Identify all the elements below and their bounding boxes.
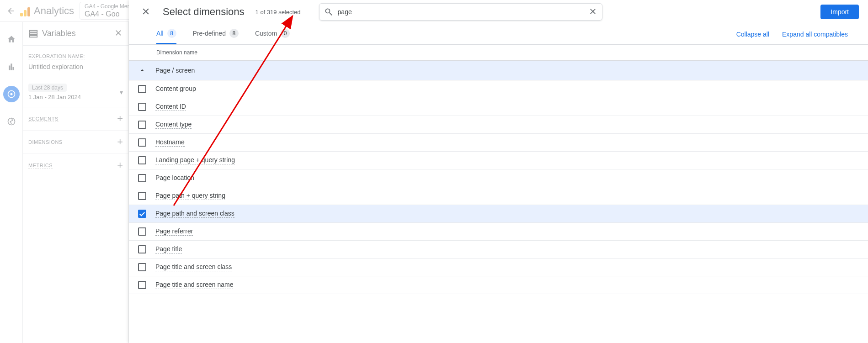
variables-panel: Variables EXPLORATION NAME: Untitled exp… bbox=[23, 22, 129, 343]
exploration-name-label: EXPLORATION NAME: bbox=[28, 53, 85, 59]
expand-all-button[interactable]: Expand all compatibles bbox=[782, 31, 848, 38]
tab-count-badge: 8 bbox=[229, 29, 239, 38]
close-dialog-icon[interactable] bbox=[138, 4, 154, 21]
exploration-name[interactable]: Untitled exploration bbox=[28, 63, 123, 70]
dimension-name: Page title and screen name bbox=[155, 281, 233, 289]
date-range-text: 1 Jan - 28 Jan 2024 bbox=[28, 94, 81, 100]
dimension-checkbox[interactable] bbox=[138, 174, 146, 182]
dimension-name: Page referrer bbox=[155, 227, 193, 236]
dimension-row[interactable]: Content type bbox=[129, 116, 868, 134]
dimension-row[interactable]: Page title and screen name bbox=[129, 276, 868, 294]
tab-pre-defined[interactable]: Pre-defined8 bbox=[193, 24, 239, 44]
dimension-checkbox[interactable] bbox=[138, 103, 146, 111]
nav-home-icon[interactable] bbox=[3, 31, 20, 47]
tab-count-badge: 8 bbox=[167, 29, 176, 38]
date-range-selector[interactable]: Last 28 days 1 Jan - 28 Jan 2024 ▾ bbox=[28, 84, 123, 100]
tab-custom[interactable]: Custom0 bbox=[255, 24, 290, 44]
nav-explore-icon[interactable] bbox=[3, 86, 20, 102]
property-name-top: GA4 - Google Merch bbox=[85, 3, 135, 10]
dialog-title: Select dimensions bbox=[163, 6, 245, 18]
collapse-all-button[interactable]: Collapse all bbox=[736, 31, 769, 38]
tabs-row: All8Pre-defined8Custom0 Collapse all Exp… bbox=[129, 24, 868, 45]
variables-icon bbox=[28, 29, 38, 39]
dimension-checkbox[interactable] bbox=[138, 192, 146, 200]
tab-label: Custom bbox=[255, 30, 277, 37]
dimension-row[interactable]: Page location bbox=[129, 169, 868, 187]
svg-point-1 bbox=[8, 118, 15, 125]
chevron-down-icon: ▾ bbox=[120, 89, 123, 96]
dimension-name: Page title and screen class bbox=[155, 263, 232, 271]
metrics-label: METRICS bbox=[28, 163, 53, 169]
dimension-group-name: Page / screen bbox=[155, 67, 195, 74]
left-nav-rail bbox=[0, 22, 23, 343]
dimension-list: Content groupContent IDContent typeHostn… bbox=[129, 80, 868, 294]
dimension-checkbox[interactable] bbox=[138, 227, 146, 236]
date-chip: Last 28 days bbox=[28, 84, 67, 92]
analytics-logo[interactable]: Analytics bbox=[20, 5, 74, 17]
import-button[interactable]: Import bbox=[820, 5, 859, 19]
add-dimension-button[interactable]: + bbox=[117, 137, 123, 147]
dimension-name: Page path and screen class bbox=[155, 210, 234, 218]
close-variables-icon[interactable] bbox=[114, 28, 123, 39]
search-icon bbox=[324, 7, 333, 16]
dimension-name: Page title bbox=[155, 245, 182, 253]
tab-count-badge: 0 bbox=[281, 29, 290, 38]
segments-label: SEGMENTS bbox=[28, 116, 59, 122]
dimensions-label: DIMENSIONS bbox=[28, 139, 63, 145]
dimension-name: Page path + query string bbox=[155, 192, 225, 200]
dimension-name: Content ID bbox=[155, 103, 186, 111]
dimension-row[interactable]: Page title bbox=[129, 241, 868, 259]
dimension-row[interactable]: Content group bbox=[129, 80, 868, 98]
dimension-row[interactable]: Content ID bbox=[129, 98, 868, 116]
tab-label: All bbox=[156, 30, 164, 37]
dimension-group-header[interactable]: Page / screen bbox=[129, 61, 868, 80]
search-box[interactable] bbox=[319, 3, 602, 21]
dimension-name: Content type bbox=[155, 121, 192, 129]
column-header: Dimension name bbox=[129, 45, 868, 61]
dimension-name: Hostname bbox=[155, 138, 185, 147]
search-input[interactable] bbox=[338, 8, 584, 16]
add-segment-button[interactable]: + bbox=[117, 114, 123, 124]
dimension-checkbox[interactable] bbox=[138, 210, 146, 218]
dimension-checkbox[interactable] bbox=[138, 121, 146, 129]
dialog-selection-count: 1 of 319 selected bbox=[256, 9, 301, 16]
select-dimensions-dialog: Select dimensions 1 of 319 selected Impo… bbox=[129, 0, 868, 343]
dimension-name: Page location bbox=[155, 174, 194, 182]
svg-rect-2 bbox=[30, 30, 37, 32]
dimension-checkbox[interactable] bbox=[138, 263, 146, 271]
analytics-word: Analytics bbox=[34, 5, 74, 17]
dimension-row[interactable]: Page referrer bbox=[129, 223, 868, 241]
dimension-row[interactable]: Hostname bbox=[129, 134, 868, 152]
dimension-checkbox[interactable] bbox=[138, 138, 146, 147]
tab-label: Pre-defined bbox=[193, 30, 226, 37]
analytics-logo-icon bbox=[20, 5, 30, 16]
back-button[interactable] bbox=[4, 4, 18, 18]
dimension-checkbox[interactable] bbox=[138, 156, 146, 164]
dimension-checkbox[interactable] bbox=[138, 281, 146, 289]
clear-search-icon[interactable] bbox=[588, 7, 597, 17]
add-metric-button[interactable]: + bbox=[117, 160, 123, 170]
svg-point-0 bbox=[10, 93, 12, 95]
variables-title: Variables bbox=[28, 29, 76, 39]
dimension-checkbox[interactable] bbox=[138, 245, 146, 253]
dimension-name: Content group bbox=[155, 85, 196, 93]
dimension-row[interactable]: Page path + query string bbox=[129, 187, 868, 205]
svg-rect-3 bbox=[30, 33, 37, 35]
dimension-row[interactable]: Page path and screen class bbox=[129, 205, 868, 223]
nav-reports-icon[interactable] bbox=[3, 58, 20, 75]
tab-all[interactable]: All8 bbox=[156, 24, 176, 44]
chevron-up-icon bbox=[138, 66, 146, 74]
property-name-bottom: GA4 - Goo bbox=[85, 10, 135, 18]
svg-rect-4 bbox=[30, 35, 37, 37]
dimension-row[interactable]: Page title and screen class bbox=[129, 259, 868, 276]
dimension-checkbox[interactable] bbox=[138, 85, 146, 93]
dimension-row[interactable]: Landing page + query string bbox=[129, 152, 868, 169]
dimension-name: Landing page + query string bbox=[155, 156, 235, 164]
nav-advertising-icon[interactable] bbox=[3, 113, 20, 130]
